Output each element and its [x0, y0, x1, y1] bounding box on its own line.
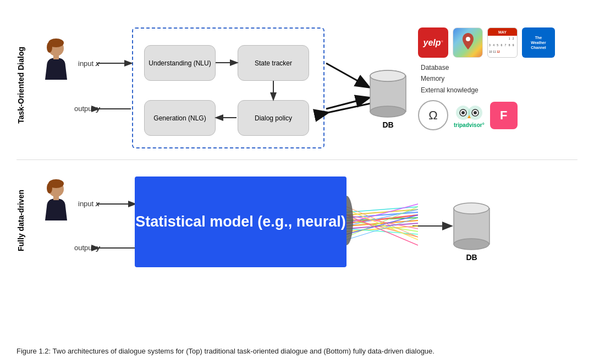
- nlg-module: Generation (NLG): [144, 100, 216, 136]
- bottom-output-label: output y: [74, 244, 100, 252]
- foursquare-icon: F: [490, 102, 518, 129]
- wikipedia-icon: Ω: [418, 100, 448, 130]
- avatar-top: [38, 38, 74, 85]
- bottom-input-label: input x: [78, 200, 100, 208]
- tripadvisor-text: tripadvisor°: [454, 122, 485, 128]
- svg-point-2: [47, 42, 52, 53]
- avatar-bottom: [38, 179, 74, 225]
- svg-point-21: [461, 111, 465, 114]
- svg-point-22: [474, 111, 477, 114]
- svg-point-53: [454, 239, 489, 250]
- statistical-model-box: Statistical model (e.g., neural): [135, 177, 346, 267]
- state-tracker-module: State tracker: [238, 45, 309, 81]
- db-cylinder-bottom: DB: [451, 198, 492, 262]
- db-label-top: DB: [367, 120, 409, 129]
- dialog-policy-module: Dialog policy: [238, 100, 309, 136]
- bottom-section: Fully data-driven input x output y: [16, 163, 578, 278]
- calendar-icon: MAY 12 3456789 101112: [487, 27, 518, 58]
- top-section: Task-Oriented Dialog input x output y: [16, 11, 578, 159]
- svg-point-26: [47, 183, 52, 194]
- svg-rect-3: [53, 55, 59, 59]
- nlu-module: Understanding (NLU): [144, 45, 216, 81]
- main-container: Task-Oriented Dialog input x output y: [0, 0, 594, 364]
- svg-point-16: [466, 37, 470, 41]
- neural-network-visual: [346, 185, 418, 258]
- bottom-section-label: Fully data-driven: [16, 190, 25, 251]
- top-section-label: Task-Oriented Dialog: [16, 47, 25, 124]
- section-divider: [16, 159, 578, 160]
- caption: Figure 1.2: Two architectures of dialogu…: [16, 346, 578, 357]
- db-label-bottom: DB: [451, 253, 492, 262]
- top-input-label: input x: [78, 59, 100, 68]
- db-cylinder-top: DB: [367, 66, 409, 129]
- maps-icon: [453, 27, 483, 58]
- svg-rect-27: [53, 196, 59, 200]
- dashed-box: Understanding (NLU) State tracker Genera…: [132, 27, 324, 148]
- weather-channel-icon: TheWeatherChannel: [522, 27, 555, 58]
- tripadvisor-icon: tripadvisor°: [454, 103, 485, 128]
- svg-point-15: [370, 70, 405, 81]
- svg-line-10: [326, 98, 369, 109]
- svg-point-13: [370, 106, 405, 117]
- knowledge-section: yelp* MAY 12 3456789 101112: [418, 27, 555, 130]
- top-output-label: output y: [74, 104, 100, 113]
- svg-point-54: [454, 203, 489, 214]
- svg-line-9: [326, 63, 369, 87]
- yelp-icon: yelp*: [418, 27, 448, 58]
- knowledge-text: Database Memory External knowledge: [421, 62, 555, 96]
